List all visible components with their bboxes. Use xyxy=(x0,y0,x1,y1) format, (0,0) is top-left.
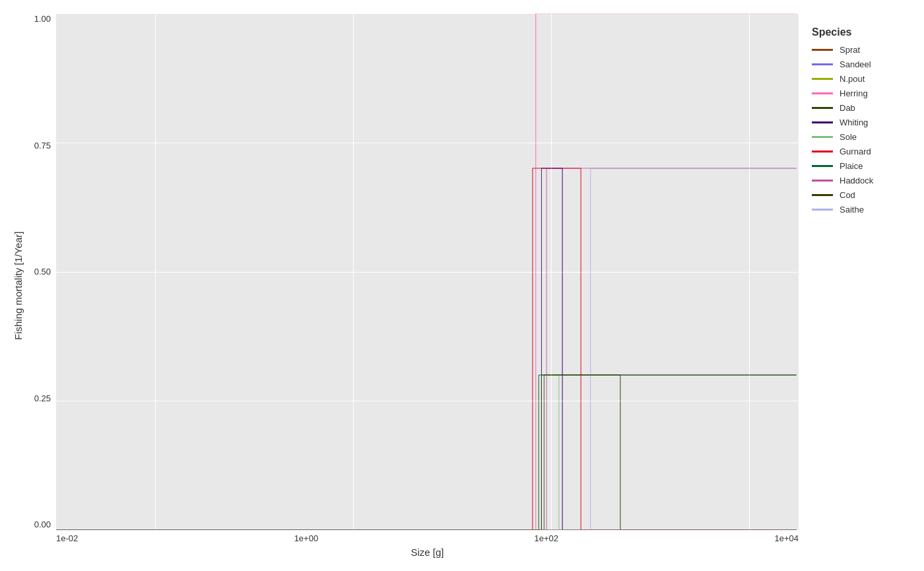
legend-line-color xyxy=(812,78,833,80)
legend-line-color xyxy=(812,92,833,94)
legend-label: N.pout xyxy=(840,74,865,84)
y-tick: 0.50 xyxy=(34,267,51,276)
legend-label: Sandeel xyxy=(840,59,871,69)
legend-label: Cod xyxy=(840,190,855,200)
legend-item: Sprat xyxy=(812,45,911,55)
legend-label: Sprat xyxy=(840,45,860,55)
legend-item: Herring xyxy=(812,88,911,98)
legend-line-color xyxy=(812,194,833,196)
legend-line-color xyxy=(812,151,833,152)
legend-label: Whiting xyxy=(840,118,868,127)
legend-line-color xyxy=(812,63,833,65)
legend-item: Plaice xyxy=(812,161,911,171)
legend-line-color xyxy=(812,136,833,138)
x-tick: 1e+00 xyxy=(294,533,319,543)
x-tick: 1e+04 xyxy=(774,533,799,543)
chart-area: Fishing mortality [1/Year] 1.000.750.500… xyxy=(7,13,799,558)
y-tick: 1.00 xyxy=(34,15,51,23)
y-tick: 0.00 xyxy=(34,520,51,529)
legend-label: Sole xyxy=(840,132,857,142)
y-tick: 0.75 xyxy=(34,141,51,150)
legend-item: Sandeel xyxy=(812,59,911,69)
x-axis-row: 1e-021e+001e+021e+04 xyxy=(26,530,799,543)
legend-title: Species xyxy=(812,26,911,38)
y-ticks: 1.000.750.500.250.00 xyxy=(26,13,56,530)
legend-item: Dab xyxy=(812,103,911,113)
plot-svg xyxy=(56,13,799,530)
legend-item: Gurnard xyxy=(812,147,911,156)
y-axis-label: Fishing mortality [1/Year] xyxy=(7,13,26,558)
legend-panel: Species SpratSandeelN.poutHerringDabWhit… xyxy=(799,13,917,558)
legend-item: Sole xyxy=(812,132,911,142)
plot-region xyxy=(56,13,799,530)
y-tick: 0.25 xyxy=(34,394,51,403)
legend-label: Haddock xyxy=(840,176,873,185)
legend-line-color xyxy=(812,180,833,182)
legend-line-color xyxy=(812,107,833,109)
legend-label: Saithe xyxy=(840,205,864,215)
x-tick: 1e-02 xyxy=(56,533,78,543)
legend-item: Haddock xyxy=(812,176,911,185)
chart-container: Fishing mortality [1/Year] 1.000.750.500… xyxy=(0,0,924,571)
legend-line-color xyxy=(812,209,833,211)
chart-with-axes: 1.000.750.500.250.00 1e-021e+001e+021e+0… xyxy=(26,13,799,558)
legend-line-color xyxy=(812,49,833,51)
x-axis-label: Size [g] xyxy=(26,543,799,558)
legend-item: N.pout xyxy=(812,74,911,84)
legend-item: Cod xyxy=(812,190,911,200)
x-ticks: 1e-021e+001e+021e+04 xyxy=(56,530,799,543)
legend-label: Herring xyxy=(840,88,868,98)
legend-item: Whiting xyxy=(812,118,911,127)
legend-label: Gurnard xyxy=(840,147,871,156)
legend-line-color xyxy=(812,165,833,167)
legend-label: Dab xyxy=(840,103,855,113)
legend-item: Saithe xyxy=(812,205,911,215)
x-tick: 1e+02 xyxy=(535,533,559,543)
legend-line-color xyxy=(812,121,833,123)
legend-label: Plaice xyxy=(840,161,863,171)
